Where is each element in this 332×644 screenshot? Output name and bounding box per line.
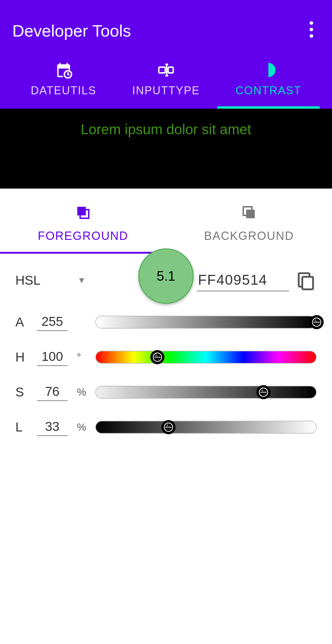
contrast-preview: Lorem ipsum dolor sit amet (0, 109, 332, 189)
svg-text:+: + (155, 353, 157, 357)
svg-text:-: - (264, 392, 265, 396)
svg-rect-11 (246, 210, 255, 218)
text-cursor-icon (157, 61, 175, 79)
slider-unit: ° (77, 351, 86, 363)
svg-rect-10 (77, 207, 86, 215)
tab-label: CONTRAST (235, 84, 301, 97)
svg-point-0 (310, 21, 313, 25)
app-title: Developer Tools (12, 21, 131, 40)
slider-row-saturation: S % +- (15, 383, 317, 401)
layers-background-icon (240, 204, 258, 224)
slider-thumb[interactable]: +- (150, 350, 164, 364)
svg-text:+: + (166, 423, 168, 427)
lightness-value-input[interactable] (37, 418, 68, 436)
slider-label: H (15, 350, 28, 365)
calendar-clock-icon (55, 61, 72, 79)
alpha-value-input[interactable] (37, 313, 68, 331)
more-options-button[interactable] (303, 15, 320, 47)
hue-value-input[interactable] (37, 348, 68, 366)
lightness-slider[interactable]: +- (95, 421, 317, 434)
slider-row-hue: H ° +- (15, 348, 317, 366)
sample-text: Lorem ipsum dolor sit amet (81, 121, 251, 138)
svg-text:+: + (261, 388, 263, 392)
tab-label: BACKGROUND (204, 229, 294, 242)
svg-rect-13 (302, 277, 313, 289)
tab-background[interactable]: BACKGROUND (166, 189, 332, 254)
svg-rect-4 (159, 67, 165, 73)
svg-point-2 (310, 34, 313, 38)
saturation-slider[interactable]: +- (95, 386, 317, 399)
slider-thumb[interactable]: +- (161, 420, 176, 434)
alpha-slider[interactable]: +- (95, 316, 317, 329)
slider-unit: % (77, 386, 86, 398)
slider-label: S (15, 385, 28, 400)
svg-text:-: - (169, 427, 170, 431)
slider-label: A (15, 315, 28, 330)
hue-slider[interactable]: +- (95, 351, 317, 364)
svg-text:-: - (317, 322, 318, 326)
tab-label: INPUTTYPE (132, 84, 200, 97)
svg-point-1 (310, 28, 313, 31)
slider-label: L (15, 420, 28, 435)
contrast-icon: +- (260, 61, 277, 79)
slider-row-alpha: A +- (15, 313, 317, 331)
tab-foreground[interactable]: FOREGROUND (0, 189, 166, 254)
tab-label: DATEUTILS (31, 84, 96, 97)
copy-button[interactable] (295, 270, 317, 291)
top-tab-bar: DATEUTILS INPUTTYPE +- CONTRAST (12, 55, 320, 109)
slider-thumb[interactable]: +- (256, 385, 271, 399)
svg-rect-5 (168, 67, 173, 73)
app-bar: Developer Tools DATEUTILS INPUTTYPE +- C… (0, 0, 332, 109)
tab-label: FOREGROUND (38, 229, 128, 242)
svg-text:-: - (158, 357, 159, 361)
slider-unit: % (77, 421, 86, 433)
svg-text:+: + (314, 318, 317, 322)
svg-text:-: - (269, 68, 273, 76)
saturation-value-input[interactable] (37, 383, 68, 401)
tab-inputtype[interactable]: INPUTTYPE (115, 55, 217, 109)
fg-bg-tab-bar: FOREGROUND BACKGROUND (0, 189, 332, 254)
color-mode-select[interactable]: HSL ▼ (15, 273, 86, 288)
slider-row-lightness: L % +- (15, 418, 317, 436)
contrast-ratio-badge: 5.1 (138, 248, 194, 304)
slider-thumb[interactable]: +- (310, 315, 324, 329)
color-mode-label: HSL (15, 273, 41, 288)
tab-dateutils[interactable]: DATEUTILS (12, 55, 115, 109)
hex-input[interactable] (197, 269, 289, 291)
layers-foreground-icon (74, 204, 92, 224)
tab-contrast[interactable]: +- CONTRAST (217, 55, 320, 109)
dropdown-caret-icon: ▼ (77, 275, 86, 285)
